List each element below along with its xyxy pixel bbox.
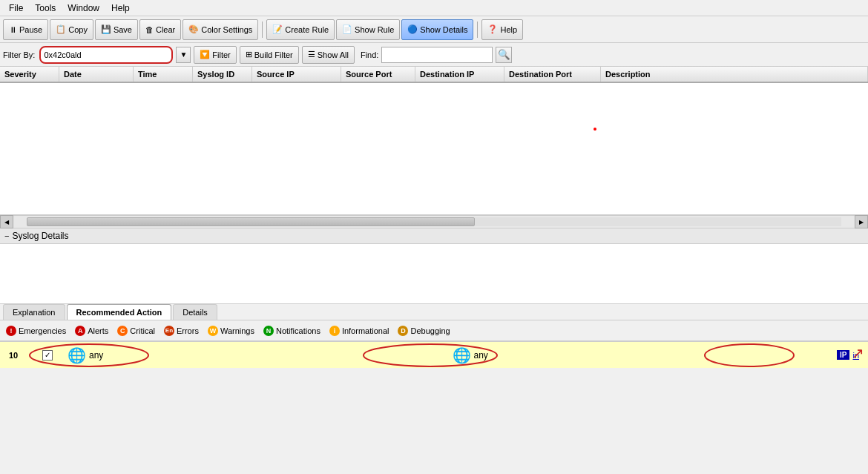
pause-button[interactable]: ⏸ Pause [3, 19, 48, 40]
show-details-button[interactable]: 🔵 Show Details [401, 19, 473, 40]
create-rule-label: Create Rule [285, 25, 329, 34]
menu-bar: File Tools Window Help [0, 0, 868, 16]
notifications-label: Notifications [276, 326, 320, 335]
severity-errors[interactable]: En Errors [164, 326, 199, 336]
tab-details[interactable]: Details [173, 304, 217, 320]
errors-label: Errors [177, 326, 199, 335]
menu-window[interactable]: Window [62, 1, 105, 15]
filter-button[interactable]: 🔽 Filter [194, 46, 236, 64]
ip-badge: IP [837, 350, 849, 360]
severity-warnings[interactable]: W Warnings [208, 326, 254, 336]
tab-explanation[interactable]: Explanation [3, 304, 65, 320]
menu-help[interactable]: Help [105, 1, 136, 15]
syslog-details-content [0, 244, 868, 303]
color-settings-icon: 🎨 [188, 24, 199, 34]
critical-icon: C [117, 326, 128, 336]
severity-critical[interactable]: C Critical [117, 326, 155, 336]
row-number-cell: 10 [4, 349, 32, 361]
col-header-syslogid: Syslog ID [193, 67, 252, 82]
emergencies-label: Emergencies [19, 326, 66, 335]
color-settings-label: Color Settings [201, 25, 252, 34]
main-table-area: Severity Date Time Syslog ID Source IP S… [0, 67, 868, 215]
severity-emergencies[interactable]: ! Emergencies [6, 326, 66, 336]
warnings-icon: W [208, 326, 218, 336]
severity-bar: ! Emergencies A Alerts C Critical En Err… [0, 320, 868, 341]
save-icon: 💾 [101, 24, 111, 34]
informational-label: Informational [342, 326, 389, 335]
alerts-icon: A [75, 326, 85, 336]
find-input[interactable] [381, 47, 493, 63]
any1-cell: 🌐 any [63, 345, 108, 366]
scroll-left-arrow[interactable]: ◀ [0, 215, 13, 228]
filter-bar: Filter By: ▼ 🔽 Filter ⊞ Build Filter ☰ S… [0, 43, 868, 67]
filter-input[interactable] [44, 50, 140, 59]
scroll-right-arrow[interactable]: ▶ [855, 215, 868, 228]
circle-annotations [0, 342, 868, 368]
notifications-icon: N [263, 326, 274, 336]
checkbox-cell: ✓ [38, 349, 57, 362]
red-dot-indicator [594, 128, 596, 131]
horizontal-scrollbar[interactable]: ◀ ▶ [0, 215, 868, 228]
show-details-label: Show Details [420, 25, 467, 34]
filter-by-label: Filter By: [3, 50, 35, 59]
any2-cell: 🌐 any [448, 345, 493, 366]
svg-point-2 [705, 344, 794, 366]
debugging-icon: D [398, 326, 408, 336]
show-rule-icon: 📄 [342, 24, 352, 34]
tab-recommended-action[interactable]: Recommended Action [67, 304, 172, 320]
menu-file[interactable]: File [3, 1, 29, 15]
find-search-button[interactable]: 🔍 [496, 47, 512, 63]
clear-label: Clear [156, 25, 175, 34]
severity-notifications[interactable]: N Notifications [263, 326, 320, 336]
clear-button[interactable]: 🗑 Clear [139, 19, 181, 40]
save-button[interactable]: 💾 Save [95, 19, 138, 40]
severity-alerts[interactable]: A Alerts [75, 326, 108, 336]
severity-debugging[interactable]: D Debugging [398, 326, 450, 336]
col-header-time: Time [134, 67, 193, 82]
show-rule-button[interactable]: 📄 Show Rule [336, 19, 400, 40]
col-header-date: Date [59, 67, 134, 82]
severity-informational[interactable]: i Informational [329, 326, 389, 336]
syslog-details-header: − Syslog Details [0, 228, 868, 244]
critical-label: Critical [130, 326, 155, 335]
show-all-button[interactable]: ☰ Show All [302, 46, 355, 64]
filter-dropdown-button[interactable]: ▼ [176, 47, 191, 63]
separator-1 [262, 22, 263, 38]
tabs-bar: Explanation Recommended Action Details [0, 304, 868, 320]
red-arrow-annotation: ↗ [852, 344, 864, 362]
scrollbar-thumb[interactable] [27, 217, 475, 226]
pause-icon: ⏸ [9, 25, 17, 34]
col-header-description: Description [601, 67, 868, 82]
menu-tools[interactable]: Tools [29, 1, 62, 15]
copy-label: Copy [68, 25, 88, 34]
filter-label-btn: Filter [212, 50, 230, 59]
debugging-label: Debugging [410, 326, 450, 335]
globe-icon-1: 🌐 [68, 346, 86, 364]
warnings-label: Warnings [220, 326, 254, 335]
informational-icon: i [329, 326, 340, 336]
globe-icon-2: 🌐 [453, 346, 471, 364]
help-button[interactable]: ❓ Help [481, 19, 523, 40]
errors-icon: En [164, 326, 174, 336]
create-rule-button[interactable]: 📝 Create Rule [266, 19, 335, 40]
scrollbar-track[interactable] [27, 217, 841, 226]
color-settings-button[interactable]: 🎨 Color Settings [183, 19, 258, 40]
copy-button[interactable]: 📋 Copy [50, 19, 93, 40]
build-filter-icon: ⊞ [246, 50, 252, 59]
save-label: Save [114, 25, 132, 34]
col-header-sourceport: Source Port [341, 67, 415, 82]
table-body [0, 83, 868, 172]
separator-2 [477, 22, 478, 38]
toolbar: ⏸ Pause 📋 Copy 💾 Save 🗑 Clear 🎨 Color Se… [0, 16, 868, 43]
row-checkbox[interactable]: ✓ [42, 350, 53, 361]
copy-icon: 📋 [56, 24, 66, 34]
syslog-details-panel: − Syslog Details [0, 228, 868, 304]
col-header-destip: Destination IP [415, 67, 504, 82]
search-icon: 🔍 [498, 49, 510, 60]
help-icon: ❓ [487, 24, 498, 34]
show-all-icon: ☰ [308, 50, 315, 59]
bottom-data-row: 10 ✓ 🌐 any 🌐 any IP in ↗ [0, 341, 868, 368]
build-filter-button[interactable]: ⊞ Build Filter [240, 46, 299, 64]
syslog-details-collapse-icon[interactable]: − [4, 231, 9, 240]
find-label: Find: [361, 50, 378, 59]
